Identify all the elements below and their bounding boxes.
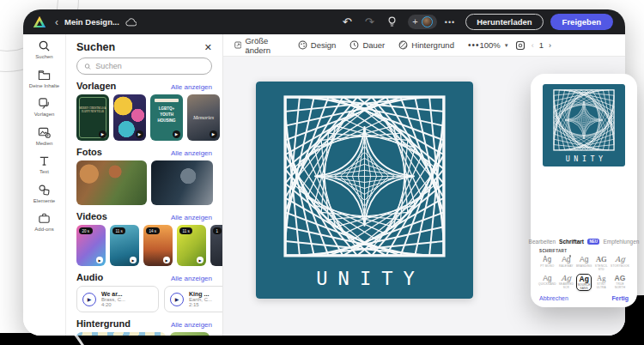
duration-badge: 11 s [112, 227, 125, 234]
play-icon[interactable]: ▶ [136, 130, 143, 138]
photo-thumb[interactable] [76, 160, 147, 205]
audio-card[interactable]: ▶ King ... Earth, C... 2:15 [164, 286, 223, 312]
document-title[interactable]: Mein Design... [64, 17, 119, 27]
play-icon[interactable]: ▶ [82, 293, 96, 306]
plus-icon[interactable]: + [412, 17, 417, 27]
font-grid: AgPT MONO AgRALEWAY AgBRANDING AGSTENCIL… [538, 255, 629, 291]
search-input[interactable] [95, 62, 204, 70]
background-thumb[interactable] [76, 332, 166, 336]
template-thumb[interactable]: MERRY CHRISTMAS & HAPPY NEW YEAR ▶ [76, 94, 109, 141]
play-icon[interactable]: ▶ [130, 257, 137, 263]
tab-recommendations[interactable]: Empfehlungen [603, 239, 639, 245]
pages-icon[interactable] [515, 40, 526, 51]
photo-thumb[interactable] [151, 160, 213, 205]
play-icon[interactable]: ▶ [173, 130, 180, 138]
font-option[interactable]: AgSTORYBOOK [611, 255, 629, 270]
more-options-icon[interactable]: ••• [445, 18, 455, 27]
section-title-videos: Videos [76, 211, 107, 221]
template-thumb[interactable]: Memories ▶ [187, 94, 220, 141]
section-title-audio: Audio [76, 272, 103, 282]
sidebar-item-elements[interactable]: Elemente [23, 184, 65, 205]
chevron-left-icon[interactable]: ‹ [532, 41, 534, 50]
background-row [76, 332, 212, 336]
duration-button[interactable]: Dauer [349, 40, 385, 50]
toolbar-more-icon[interactable]: ••• [468, 40, 480, 50]
sidebar-item-addons[interactable]: Add-ons [23, 212, 65, 233]
font-option[interactable]: AgSEAWEED SCR [559, 274, 574, 291]
lightbulb-icon[interactable] [384, 15, 399, 30]
addons-icon [38, 212, 51, 225]
template-thumb[interactable]: ▶ [113, 94, 146, 141]
background-thumb[interactable] [170, 332, 210, 336]
font-option[interactable]: AgQUICKSAND [538, 274, 556, 291]
font-option[interactable]: AgPT MONO [538, 255, 556, 270]
font-option[interactable]: AgRALEWAY [559, 255, 574, 270]
play-icon[interactable]: ▶ [96, 257, 103, 263]
audio-card[interactable]: ▶ We ar... Brass, C... 4:20 [76, 286, 159, 312]
font-option-selected[interactable]: AgSOURCE SANS [576, 274, 592, 291]
search-input-wrap[interactable] [76, 58, 212, 75]
see-all-link[interactable]: Alle anzeigen [171, 321, 212, 329]
folder-icon [38, 69, 51, 82]
tab-edit[interactable]: Bearbeiten [529, 239, 556, 245]
sidebar-item-search[interactable]: Suchen [23, 39, 65, 61]
download-button[interactable]: Herunterladen [465, 14, 543, 30]
zoom-control[interactable]: 100% ▼ [479, 40, 508, 50]
close-icon[interactable]: ✕ [204, 42, 212, 53]
template-thumb[interactable]: LGBTQ+ YOUTH HOUSING ▶ [150, 94, 183, 141]
cloud-sync-icon [125, 18, 137, 27]
resize-button[interactable]: Größe ändern [234, 36, 284, 55]
design-preview: UNITY [543, 84, 625, 166]
duration-badge: 14 s [146, 227, 160, 234]
video-thumb[interactable]: 11 s ▶ [177, 225, 206, 266]
play-icon[interactable]: ▶ [170, 293, 184, 306]
page-navigator: ‹ 1 › [532, 40, 551, 50]
sidebar-item-text[interactable]: Text [23, 154, 65, 176]
icon-rail: Suchen Deine Inhalte Vorlagen Medien Tex… [23, 34, 66, 336]
adobe-express-logo[interactable] [33, 15, 46, 28]
collaborators-pill[interactable]: + [408, 15, 436, 29]
font-option[interactable]: AGSTENCIL STD [594, 255, 608, 270]
video-thumb[interactable]: 14 s ▶ [143, 225, 173, 266]
video-thumb[interactable]: 11 s ▶ [110, 225, 139, 266]
video-thumb[interactable]: 1 [210, 225, 223, 266]
chevron-left-icon[interactable]: ‹ [55, 17, 58, 27]
background-button[interactable]: Hintergrund [398, 40, 454, 50]
duration-badge: 20 s [79, 227, 93, 234]
search-panel: Suchen ✕ Vorlagen Alle anzeigen MERRY CH… [66, 34, 223, 336]
duration-badge: 1 [213, 227, 222, 234]
section-title-photos: Fotos [76, 147, 102, 157]
play-icon[interactable]: ▶ [99, 130, 106, 138]
svg-text:UNITY: UNITY [316, 268, 425, 289]
panel-title: Suchen [76, 41, 115, 53]
done-button[interactable]: Fertig [612, 295, 629, 301]
sidebar-item-templates[interactable]: Vorlagen [23, 97, 65, 118]
see-all-link[interactable]: Alle anzeigen [171, 275, 212, 282]
undo-icon[interactable]: ↶ [339, 15, 355, 30]
video-thumb[interactable]: 20 s ▶ [76, 225, 106, 266]
section-title-templates: Vorlagen [76, 81, 116, 91]
sidebar-item-media[interactable]: Medien [23, 126, 65, 148]
tab-font[interactable]: Schriftart [559, 239, 584, 245]
media-icon [38, 126, 51, 139]
chevron-right-icon[interactable]: › [549, 41, 551, 50]
see-all-link[interactable]: Alle anzeigen [171, 214, 212, 221]
font-option[interactable]: AgSTINT ULTRA [594, 274, 608, 291]
cancel-button[interactable]: Abbrechen [539, 295, 568, 301]
share-button[interactable]: Freigeben [550, 14, 613, 30]
font-option[interactable]: AGTRUE NORTH [611, 274, 629, 291]
sidebar-item-your-content[interactable]: Deine Inhalte [23, 69, 65, 90]
see-all-link[interactable]: Alle anzeigen [171, 83, 212, 91]
videos-row: 20 s ▶ 11 s ▶ 14 s ▶ 11 s ▶ [76, 225, 212, 266]
play-icon[interactable]: ▶ [163, 257, 170, 263]
redo-icon[interactable]: ↷ [361, 15, 377, 30]
see-all-link[interactable]: Alle anzeigen [171, 149, 212, 157]
font-option[interactable]: AgBRANDING [576, 255, 592, 270]
duration-badge: 11 s [179, 227, 192, 234]
play-icon[interactable]: ▶ [210, 130, 217, 138]
avatar[interactable] [422, 16, 433, 27]
play-icon[interactable]: ▶ [197, 257, 204, 263]
design-canvas[interactable]: UNITY [256, 82, 473, 299]
font-sheet: Bearbeiten Schriftart NEU Empfehlungen S… [538, 239, 629, 302]
design-button[interactable]: Design [298, 40, 337, 50]
